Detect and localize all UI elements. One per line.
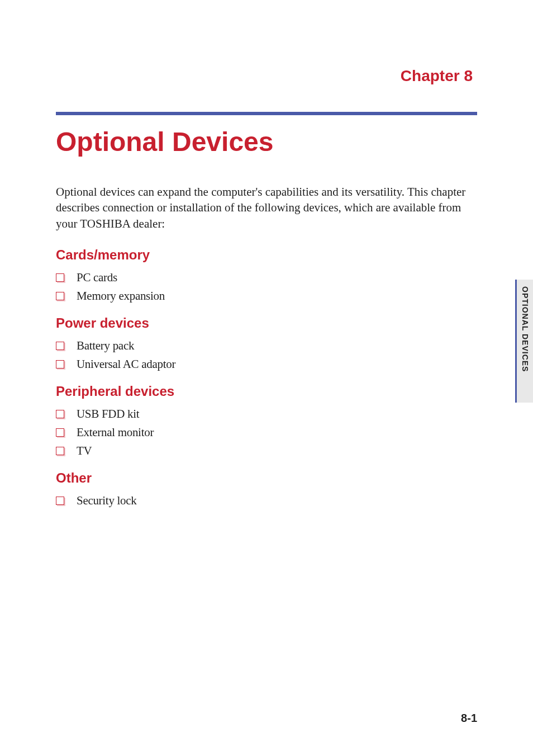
- section-heading-peripheral-devices: Peripheral devices: [56, 384, 477, 399]
- square-bullet-icon: [56, 447, 64, 455]
- list-item: Security lock: [56, 494, 477, 508]
- square-bullet-icon: [56, 273, 64, 282]
- square-bullet-icon: [56, 410, 64, 418]
- side-tab: OPTIONAL DEVICES: [515, 280, 533, 403]
- list-cards-memory: PC cards Memory expansion: [56, 271, 477, 303]
- chapter-label: Chapter 8: [56, 67, 477, 85]
- list-item-text: PC cards: [77, 271, 117, 285]
- list-item-text: External monitor: [77, 426, 154, 440]
- list-item-text: TV: [77, 444, 92, 458]
- list-power-devices: Battery pack Universal AC adaptor: [56, 339, 477, 371]
- list-item: Universal AC adaptor: [56, 357, 477, 371]
- list-item-text: Battery pack: [77, 339, 134, 353]
- list-item: PC cards: [56, 271, 477, 285]
- list-item-text: USB FDD kit: [77, 407, 139, 421]
- square-bullet-icon: [56, 428, 64, 437]
- square-bullet-icon: [56, 497, 64, 505]
- page-container: Chapter 8 Optional Devices Optional devi…: [0, 0, 533, 756]
- list-item: Battery pack: [56, 339, 477, 353]
- square-bullet-icon: [56, 292, 64, 300]
- square-bullet-icon: [56, 342, 64, 350]
- square-bullet-icon: [56, 360, 64, 368]
- list-item-text: Memory expansion: [77, 289, 165, 303]
- side-tab-label: OPTIONAL DEVICES: [521, 286, 530, 372]
- intro-paragraph: Optional devices can expand the computer…: [56, 184, 477, 231]
- section-heading-cards-memory: Cards/memory: [56, 247, 477, 263]
- list-item-text: Universal AC adaptor: [77, 357, 175, 371]
- list-item: USB FDD kit: [56, 407, 477, 421]
- list-item: TV: [56, 444, 477, 458]
- list-item-text: Security lock: [77, 494, 137, 508]
- list-item: External monitor: [56, 426, 477, 440]
- list-peripheral-devices: USB FDD kit External monitor TV: [56, 407, 477, 458]
- list-other: Security lock: [56, 494, 477, 508]
- section-heading-power-devices: Power devices: [56, 315, 477, 331]
- section-heading-other: Other: [56, 470, 477, 486]
- page-title: Optional Devices: [56, 126, 477, 157]
- list-item: Memory expansion: [56, 289, 477, 303]
- horizontal-rule: [56, 112, 477, 115]
- page-number: 8-1: [461, 712, 477, 725]
